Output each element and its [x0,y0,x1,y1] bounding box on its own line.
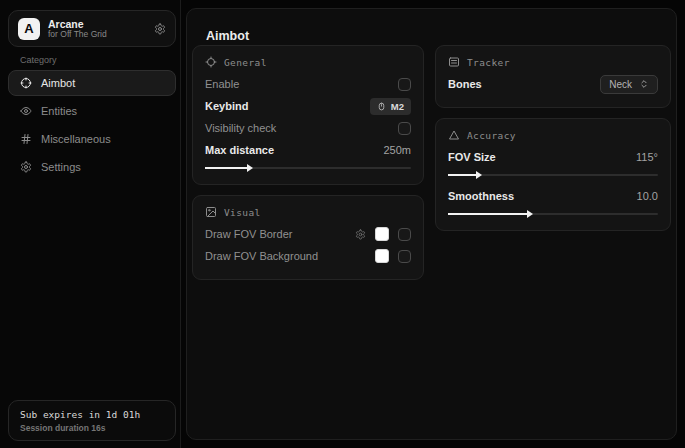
sub-expiry-text: Sub expires in 1d 01h [20,409,164,420]
sidebar-item-label: Entities [41,105,77,117]
crosshair-icon [20,77,32,89]
max-distance-slider[interactable] [205,163,411,172]
session-duration-text: Session duration 16s [20,423,164,433]
subscription-info-card: Sub expires in 1d 01h Session duration 1… [8,400,176,441]
tracker-card: Tracker Bones Neck [435,45,671,108]
keybind-button[interactable]: M2 [370,98,411,115]
sidebar-item-label: Miscellaneous [41,133,111,145]
general-card-title: General [224,57,267,68]
draw-fov-border-label: Draw FOV Border [205,228,292,240]
sidebar-item-aimbot[interactable]: Aimbot [8,70,176,96]
left-column: General Enable Keybind M2 Visibility che… [192,45,424,280]
visibility-check-checkbox[interactable] [398,122,411,135]
hash-icon [20,133,32,145]
sidebar: A Arcane for Off The Grid Category Aimbo… [0,0,181,448]
smoothness-slider[interactable] [448,209,658,218]
accuracy-card-title: Accuracy [467,130,516,141]
page-title: Aimbot [206,29,249,43]
keybind-value: M2 [391,101,404,112]
smoothness-value: 10.0 [637,190,658,202]
max-distance-value: 250m [383,144,411,156]
fov-size-label: FOV Size [448,151,496,163]
general-card: General Enable Keybind M2 Visibility che… [192,45,424,185]
accuracy-card: Accuracy FOV Size 115° Smoothness 10.0 [435,118,671,231]
box-lines-icon [448,56,460,68]
draw-fov-background-label: Draw FOV Background [205,250,318,262]
visibility-check-label: Visibility check [205,122,276,134]
app-logo: A [18,18,40,40]
sidebar-item-label: Aimbot [41,77,75,89]
chevrons-up-down-icon [639,79,649,89]
main-panel: Aimbot General Enable Keybind M [186,8,677,440]
smoothness-slider-fill [448,213,528,215]
locate-icon [205,56,217,68]
app-title: Arcane [48,18,107,30]
arcane-menu-window: { "app": { "title": "Arcane", "subtitle"… [0,0,685,448]
right-column: Tracker Bones Neck Accuracy [435,45,671,231]
enable-checkbox[interactable] [398,78,411,91]
max-distance-label: Max distance [205,144,274,156]
tracker-card-title: Tracker [467,57,510,68]
image-icon [205,206,217,218]
bones-label: Bones [448,78,482,90]
sidebar-item-entities[interactable]: Entities [8,98,176,124]
triangle-icon [448,129,460,141]
sidebar-item-settings[interactable]: Settings [8,154,176,180]
sidebar-nav: Aimbot Entities Miscellaneous Settings [8,70,176,180]
max-distance-slider-fill [205,167,248,169]
bones-selected-value: Neck [609,79,632,90]
enable-label: Enable [205,78,239,90]
app-logo-card: A Arcane for Off The Grid [8,10,176,47]
fov-size-slider[interactable] [448,170,658,179]
sidebar-item-miscellaneous[interactable]: Miscellaneous [8,126,176,152]
gear-icon [20,161,32,173]
smoothness-label: Smoothness [448,190,514,202]
mouse-icon [377,101,386,112]
eye-icon [20,105,32,117]
draw-fov-background-checkbox[interactable] [398,250,411,263]
bones-select[interactable]: Neck [600,75,658,94]
gear-icon[interactable] [355,229,366,240]
visual-card-title: Visual [224,207,261,218]
fov-border-color-swatch[interactable] [375,227,389,241]
category-label: Category [20,55,57,65]
keybind-label: Keybind [205,100,248,112]
fov-size-slider-fill [448,174,477,176]
app-logo-letter: A [24,21,33,36]
fov-size-value: 115° [636,151,658,163]
gear-icon[interactable] [154,23,166,35]
draw-fov-border-checkbox[interactable] [398,228,411,241]
app-subtitle: for Off The Grid [48,30,107,40]
sidebar-item-label: Settings [41,161,81,173]
fov-background-color-swatch[interactable] [375,249,389,263]
visual-card: Visual Draw FOV Border Draw FOV Backgrou… [192,195,424,280]
